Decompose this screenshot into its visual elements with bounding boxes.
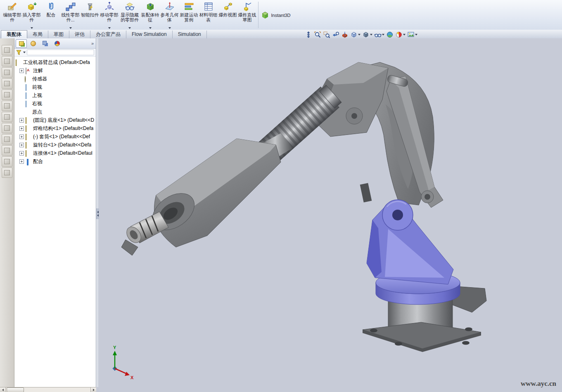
filter-funnel-icon[interactable] [16, 50, 22, 55]
tab-sketch[interactable]: 草图 [48, 31, 69, 38]
tree-item-front-plane[interactable]: 前视 [14, 83, 96, 91]
apply-scene-icon[interactable] [395, 31, 406, 38]
splitter-collapse-handle[interactable] [96, 208, 99, 219]
dropdown-arrow-icon[interactable] [23, 52, 26, 53]
dropdown-arrow-icon[interactable] [168, 27, 171, 29]
expander-icon[interactable] [19, 159, 24, 164]
ribbon-button-assembly-features[interactable]: 装配体特征 [140, 0, 160, 30]
tree-item-right-plane[interactable]: 右视 [14, 99, 96, 108]
expander-icon[interactable] [19, 151, 24, 156]
tab-simulation[interactable]: Simulation [173, 31, 207, 38]
dropdown-arrow-icon[interactable] [69, 27, 72, 29]
ribbon-button-edit-component[interactable]: 编辑零部件 [2, 0, 22, 30]
expander-icon[interactable] [19, 135, 24, 139]
view-settings-icon[interactable] [407, 31, 418, 38]
left-toolbar-button[interactable] [2, 123, 12, 133]
left-toolbar-button[interactable] [2, 56, 12, 66]
zoom-fit-icon[interactable] [313, 31, 322, 38]
display-style-icon[interactable] [362, 31, 373, 38]
configuration-manager-icon [43, 41, 47, 45]
property-manager-tab[interactable] [28, 39, 39, 48]
scroll-right-arrow[interactable] [90, 387, 96, 392]
pan-3d-icon[interactable] [304, 31, 313, 38]
expander-icon[interactable] [19, 143, 24, 147]
left-toolbar-button[interactable] [2, 78, 12, 89]
dropdown-arrow-icon[interactable] [31, 27, 33, 29]
watermark: www.ayc.cn [521, 380, 556, 388]
tab-layout[interactable]: 布局 [27, 31, 48, 38]
ribbon-button-show-hidden[interactable]: 显示隐藏的零部件 [119, 0, 140, 30]
tree-item-top-plane[interactable]: 上视 [14, 91, 96, 99]
tree-item-component-base[interactable]: (固定) 底座<1> (Default<<D [14, 116, 96, 124]
ribbon-button-mate[interactable]: 配合 [41, 0, 61, 30]
scroll-left-arrow[interactable] [0, 387, 6, 392]
expander-icon[interactable] [19, 68, 24, 73]
ribbon-button-bom[interactable]: 材料明细表 [199, 0, 218, 30]
tree-item-component-weld-gun[interactable]: 焊枪结构<1> (Default<Defa [14, 124, 96, 132]
feature-manager-tab[interactable] [16, 39, 27, 48]
left-toolbar-button[interactable] [2, 145, 12, 156]
base-plate[interactable] [363, 322, 481, 352]
ribbon-button-linear-pattern[interactable]: 线性零部件... [61, 0, 80, 30]
scrollbar-thumb[interactable] [7, 387, 24, 392]
tree-item-mates[interactable]: 配合 [14, 157, 96, 165]
tree-item-origin[interactable]: 原点 [14, 108, 96, 116]
ribbon-button-move-component[interactable]: 移动零部件 [100, 0, 119, 30]
dropdown-arrow-icon[interactable] [149, 27, 152, 29]
panel-overflow-chevron-icon[interactable]: » [91, 41, 95, 46]
tab-office-products[interactable]: 办公室产品 [90, 31, 126, 38]
tab-flow-simulation[interactable]: Flow Simulation [126, 31, 173, 38]
ribbon-button-explode-line-sketch[interactable]: 爆炸直线草图 [237, 0, 257, 30]
tree-item-annotations[interactable]: 注解 [14, 66, 96, 75]
ribbon-button-label: 线性零部件... [61, 12, 80, 22]
left-toolbar-button[interactable] [2, 101, 12, 111]
appearances-tab[interactable] [52, 39, 63, 48]
ribbon-button-insert-component[interactable]: 插入零部件 [22, 0, 41, 30]
tree-item-component-sleeve[interactable]: (-) 套筒<1> (Default<<Def [14, 132, 96, 141]
dropdown-arrow-icon[interactable] [370, 34, 372, 35]
feature-tree-icon [19, 41, 24, 46]
tool-gripper[interactable] [121, 212, 168, 255]
ribbon-button-reference-geometry[interactable]: 参考几何体 [160, 0, 179, 30]
dropdown-arrow-icon[interactable] [108, 27, 111, 29]
filter-input[interactable] [27, 50, 94, 55]
dropdown-arrow-icon[interactable] [403, 34, 405, 35]
dropdown-arrow-icon[interactable] [128, 27, 131, 29]
rotary-bracket[interactable] [367, 200, 453, 284]
tab-evaluate[interactable]: 评估 [69, 31, 90, 38]
previous-view-icon[interactable] [332, 31, 340, 38]
tab-assembly[interactable]: 装配体 [1, 30, 27, 38]
robot-arm-model[interactable]: Y X [99, 38, 562, 392]
left-toolbar-button[interactable] [2, 168, 12, 178]
configuration-manager-tab[interactable] [40, 39, 51, 48]
expander-icon[interactable] [19, 118, 24, 123]
left-toolbar-button[interactable] [2, 156, 12, 167]
left-toolbar-button[interactable] [2, 112, 12, 122]
ribbon-button-motion-study[interactable]: 新建运动算例 [179, 0, 199, 30]
ribbon-button-smart-fasteners[interactable]: 智能扣件 [80, 0, 100, 30]
dropdown-arrow-icon[interactable] [415, 34, 417, 35]
hide-show-items-icon[interactable] [374, 31, 385, 38]
smart-fasteners-icon [85, 1, 95, 12]
dropdown-arrow-icon[interactable] [358, 34, 360, 35]
tree-item-component-rotary-table[interactable]: 旋转台<1> (Default<<Defa [14, 141, 96, 149]
tree-item-component-connector[interactable]: 连接体<1> (Default<Defaul [14, 149, 96, 157]
edit-appearance-icon[interactable] [386, 31, 394, 38]
forearm[interactable] [146, 133, 292, 247]
expander-icon[interactable] [19, 126, 24, 131]
ribbon-button-exploded-view[interactable]: 爆炸视图 [218, 0, 237, 30]
left-toolbar-button[interactable] [2, 45, 12, 55]
ribbon-button-instant3d[interactable]: Instant3D [260, 0, 292, 30]
view-orientation-icon[interactable] [350, 31, 361, 38]
dropdown-arrow-icon[interactable] [382, 34, 384, 35]
tree-root-item[interactable]: 工业机器臂总成 (Default<Defa [14, 58, 96, 66]
graphics-area[interactable]: Y X www.ayc.cn [99, 38, 562, 392]
tree-item-label: (固定) 底座<1> (Default<<D [33, 117, 94, 124]
left-toolbar-button[interactable] [2, 134, 12, 144]
left-toolbar-button[interactable] [2, 90, 12, 100]
left-toolbar-button[interactable] [2, 67, 12, 78]
tree-item-sensors[interactable]: 传感器 [14, 75, 96, 83]
zoom-area-icon[interactable] [322, 31, 331, 38]
section-view-icon[interactable] [341, 31, 349, 38]
horizontal-scrollbar[interactable] [0, 387, 96, 392]
